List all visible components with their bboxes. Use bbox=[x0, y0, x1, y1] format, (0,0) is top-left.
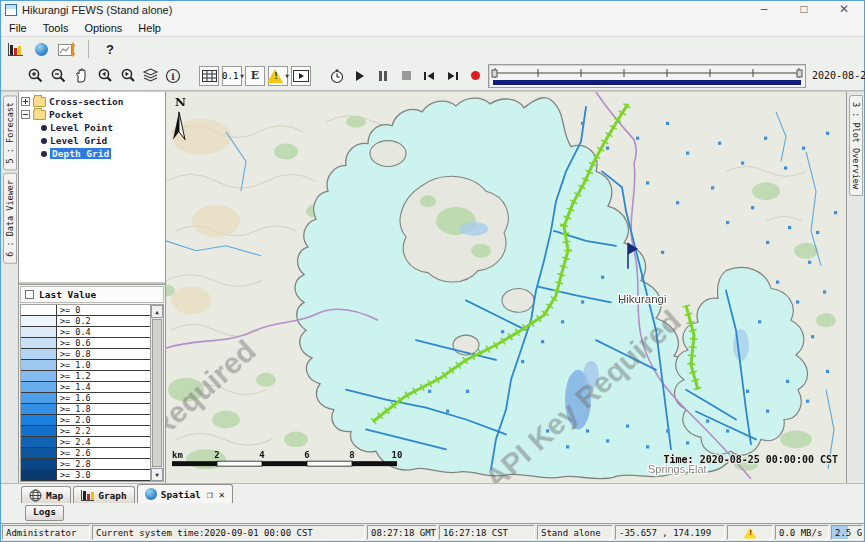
menu-help[interactable]: Help bbox=[130, 22, 169, 34]
svg-text:N: N bbox=[175, 95, 186, 109]
map-time-label: Time: 2020-08-25 00:00:00 CST bbox=[664, 454, 838, 465]
svg-text:i: i bbox=[171, 71, 175, 81]
map-view[interactable]: API Key Required API Key Required Hikura… bbox=[166, 92, 847, 483]
grid-icon[interactable] bbox=[199, 66, 219, 86]
status-mode: Stand alone bbox=[537, 525, 613, 540]
pause-icon[interactable] bbox=[373, 66, 393, 86]
status-warning-cell[interactable] bbox=[727, 525, 773, 540]
chevron-down-icon: ▼ bbox=[285, 72, 289, 79]
legend-row: >= 2.6 bbox=[21, 448, 150, 459]
close-tab-icon[interactable]: ✕ bbox=[219, 489, 225, 500]
spatial-display-icon[interactable] bbox=[31, 39, 51, 59]
tab-plot-overview[interactable]: 3 : Plot Overview bbox=[849, 95, 863, 196]
profile-display-icon[interactable] bbox=[57, 39, 77, 59]
legend-label: >= 0.6 bbox=[57, 338, 150, 348]
tab-forecast[interactable]: 5 : Forecast bbox=[3, 95, 17, 170]
legend-row: >= 3.0 bbox=[21, 470, 150, 481]
tab-spatial[interactable]: Spatial ❐ ✕ bbox=[137, 484, 233, 503]
minimize-button[interactable]: – bbox=[744, 1, 784, 19]
tree-item-level-point[interactable]: Level Point bbox=[21, 121, 163, 134]
legend-row: >= 1.2 bbox=[21, 371, 150, 382]
warnings-dropdown[interactable]: ▼ bbox=[268, 66, 288, 86]
legend-row: >= 0.2 bbox=[21, 316, 150, 327]
info-icon[interactable]: i bbox=[163, 66, 183, 86]
graph-display-icon[interactable] bbox=[5, 39, 25, 59]
legend-swatch bbox=[21, 382, 57, 392]
status-memory: 2.5 GB bbox=[831, 525, 863, 540]
legend-swatch bbox=[21, 360, 57, 370]
scroll-up-icon[interactable]: ▲ bbox=[151, 305, 163, 318]
class-threshold-dropdown[interactable]: 0.1 ▼ bbox=[222, 66, 242, 86]
tab-label: Graph bbox=[98, 490, 127, 501]
svg-text:10: 10 bbox=[392, 450, 403, 460]
legend-swatch bbox=[21, 448, 57, 458]
last-value-label: Last Value bbox=[39, 289, 96, 300]
expand-icon[interactable] bbox=[21, 97, 30, 106]
step-back-icon[interactable] bbox=[419, 66, 439, 86]
legend-row: >= 1.6 bbox=[21, 393, 150, 404]
tab-data-viewer[interactable]: 6 : Data Viewer bbox=[3, 173, 17, 264]
legend-scrollbar[interactable]: ▲ ▼ bbox=[150, 305, 163, 481]
window-title: Hikurangi FEWS (Stand alone) bbox=[22, 4, 744, 16]
main-toolbar: ? bbox=[1, 37, 864, 61]
layers-icon[interactable] bbox=[140, 66, 160, 86]
vertical-profile-icon[interactable]: E bbox=[245, 66, 265, 86]
logs-button[interactable]: Logs bbox=[25, 505, 64, 521]
tree-item-cross-section[interactable]: Cross-section bbox=[21, 95, 163, 108]
legend-swatch bbox=[21, 470, 57, 480]
close-button[interactable]: ✕ bbox=[824, 1, 864, 19]
pan-icon[interactable] bbox=[71, 66, 91, 86]
tree-item-pocket[interactable]: Pocket bbox=[21, 108, 163, 121]
menu-tools[interactable]: Tools bbox=[35, 22, 77, 34]
float-tab-icon[interactable]: ❐ bbox=[207, 489, 213, 500]
stopwatch-icon[interactable] bbox=[327, 66, 347, 86]
layers-tree: Cross-section Pocket Level Point Level G… bbox=[19, 92, 165, 284]
tab-map[interactable]: Map bbox=[21, 486, 71, 503]
zoom-next-icon[interactable] bbox=[117, 66, 137, 86]
tree-item-depth-grid[interactable]: Depth Grid bbox=[21, 147, 163, 160]
help-icon[interactable]: ? bbox=[100, 39, 120, 59]
legend-label: >= 1.6 bbox=[57, 393, 150, 403]
status-system-time: Current system time:2020-09-01 00:00 CST bbox=[92, 525, 365, 540]
menu-file[interactable]: File bbox=[1, 22, 35, 34]
tab-graph[interactable]: Graph bbox=[73, 486, 135, 503]
legend-label: >= 3.0 bbox=[57, 470, 150, 480]
scroll-thumb[interactable] bbox=[152, 319, 162, 467]
step-forward-icon[interactable] bbox=[442, 66, 462, 86]
status-local-time: 16:27:18 CST bbox=[439, 525, 535, 540]
profile-icon-label: E bbox=[251, 69, 259, 82]
legend-row: >= 0.6 bbox=[21, 338, 150, 349]
app-icon bbox=[5, 4, 17, 16]
zoom-in-icon[interactable] bbox=[25, 66, 45, 86]
menu-options[interactable]: Options bbox=[76, 22, 130, 34]
timeline-datetime: 2020-08-25 00:00:00 CST bbox=[812, 70, 865, 81]
content-area: 5 : Forecast 6 : Data Viewer Cross-secti… bbox=[1, 91, 864, 483]
animation-icon[interactable] bbox=[291, 66, 311, 86]
legend-row: >= 2.4 bbox=[21, 437, 150, 448]
tree-item-label: Cross-section bbox=[49, 96, 123, 107]
legend-row: >= 0.8 bbox=[21, 349, 150, 360]
timeline-slider[interactable] bbox=[488, 64, 806, 88]
status-gmt-time: 08:27:18 GMT bbox=[367, 525, 437, 540]
legend-table: >= 0>= 0.2>= 0.4>= 0.6>= 0.8>= 1.0>= 1.2… bbox=[21, 305, 150, 481]
scroll-down-icon[interactable]: ▼ bbox=[151, 468, 163, 481]
map-globe-icon bbox=[29, 489, 42, 502]
zoom-previous-icon[interactable] bbox=[94, 66, 114, 86]
collapse-icon[interactable] bbox=[21, 110, 30, 119]
last-value-checkbox[interactable] bbox=[25, 290, 34, 299]
folder-icon bbox=[33, 110, 46, 120]
legend-swatch bbox=[21, 327, 57, 337]
tree-item-level-grid[interactable]: Level Grid bbox=[21, 134, 163, 147]
legend-panel: Last Value >= 0>= 0.2>= 0.4>= 0.6>= 0.8>… bbox=[19, 284, 165, 483]
stop-icon[interactable] bbox=[396, 66, 416, 86]
legend-row: >= 1.4 bbox=[21, 382, 150, 393]
legend-label: >= 0.2 bbox=[57, 316, 150, 326]
folder-icon bbox=[33, 97, 46, 107]
zoom-out-icon[interactable] bbox=[48, 66, 68, 86]
record-icon[interactable] bbox=[465, 66, 485, 86]
legend-label: >= 0.4 bbox=[57, 327, 150, 337]
status-network-rate: 0.0 MB/s bbox=[775, 525, 829, 540]
maximize-button[interactable]: □ bbox=[784, 1, 824, 19]
play-icon[interactable] bbox=[350, 66, 370, 86]
bullet-icon bbox=[41, 138, 47, 144]
